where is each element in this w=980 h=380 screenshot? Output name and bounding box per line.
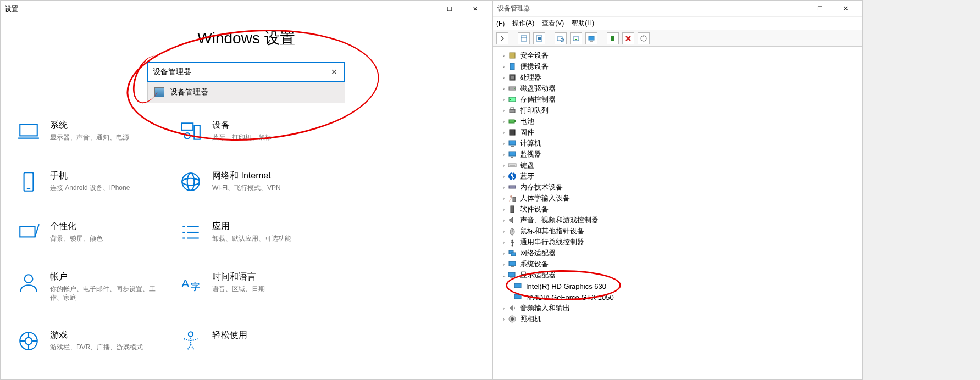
expand-icon[interactable]: › bbox=[501, 261, 507, 267]
collapse-icon[interactable]: ⌄ bbox=[501, 272, 507, 278]
tree-item[interactable]: ›照相机 bbox=[495, 314, 860, 325]
expand-icon[interactable]: › bbox=[501, 195, 507, 202]
category-ease-of-access[interactable]: 轻松使用 bbox=[174, 329, 336, 380]
expand-icon[interactable]: › bbox=[501, 217, 507, 223]
menu-action[interactable]: 操作(A) bbox=[512, 19, 534, 28]
toolbar-refresh-icon[interactable] bbox=[638, 32, 650, 44]
category-desc: 显示器、声音、通知、电源 bbox=[50, 133, 129, 142]
close-button[interactable]: ✕ bbox=[833, 1, 858, 17]
category-network[interactable]: 网络和 InternetWi-Fi、飞行模式、VPN bbox=[174, 170, 336, 193]
maximize-button[interactable]: ☐ bbox=[437, 1, 462, 17]
menu-help[interactable]: 帮助(H) bbox=[572, 19, 594, 28]
suggestion-label: 设备管理器 bbox=[170, 87, 208, 97]
tree-item[interactable]: ›处理器 bbox=[495, 72, 860, 83]
expand-icon[interactable]: › bbox=[501, 316, 507, 322]
toolbar-scan-icon[interactable] bbox=[555, 32, 567, 44]
expand-icon[interactable]: › bbox=[501, 152, 507, 158]
search-box[interactable]: ✕ bbox=[147, 62, 345, 82]
expand-icon[interactable]: › bbox=[501, 185, 507, 191]
toolbar-separator bbox=[602, 33, 602, 44]
svg-rect-38 bbox=[611, 36, 614, 41]
toolbar-help-icon[interactable] bbox=[533, 32, 545, 44]
mouse-icon bbox=[508, 227, 517, 236]
tree-item[interactable]: ›声音、视频和游戏控制器 bbox=[495, 215, 860, 226]
toolbar-properties-icon[interactable] bbox=[518, 32, 530, 44]
tree-label: 显示适配器 bbox=[520, 270, 556, 280]
expand-icon[interactable]: › bbox=[501, 64, 507, 70]
tree-item[interactable]: ›系统设备 bbox=[495, 259, 860, 270]
category-time-language[interactable]: A字 时间和语言语音、区域、日期 bbox=[174, 271, 336, 302]
close-button[interactable]: ✕ bbox=[462, 1, 488, 17]
svg-rect-32 bbox=[538, 37, 541, 40]
tree-item[interactable]: ›存储控制器 bbox=[495, 94, 860, 105]
expand-icon[interactable]: › bbox=[501, 53, 507, 59]
menu-file[interactable]: (F) bbox=[496, 20, 505, 27]
tree-item[interactable]: ›键盘 bbox=[495, 160, 860, 171]
tree-item[interactable]: ›音频输入和输出 bbox=[495, 303, 860, 314]
category-apps[interactable]: 应用卸载、默认应用、可选功能 bbox=[174, 221, 336, 244]
tree-item[interactable]: ›内存技术设备 bbox=[495, 182, 860, 193]
expand-icon[interactable]: › bbox=[501, 163, 507, 169]
expand-icon[interactable]: › bbox=[501, 141, 507, 147]
svg-rect-2 bbox=[181, 123, 193, 130]
tree-label: Intel(R) HD Graphics 630 bbox=[526, 282, 606, 290]
device-tree[interactable]: ›安全设备›便携设备›处理器›磁盘驱动器›存储控制器›打印队列›电池›固件›计算… bbox=[493, 47, 862, 379]
tree-item[interactable]: ›通用串行总线控制器 bbox=[495, 237, 860, 248]
svg-rect-35 bbox=[573, 37, 579, 41]
tree-item[interactable]: ›鼠标和其他指针设备 bbox=[495, 226, 860, 237]
minimize-button[interactable]: ─ bbox=[412, 1, 437, 17]
tree-item[interactable]: ›计算机 bbox=[495, 138, 860, 149]
category-desc: Wi-Fi、飞行模式、VPN bbox=[212, 184, 281, 193]
category-accounts[interactable]: 帐户你的帐户、电子邮件、同步设置、工作、家庭 bbox=[12, 271, 174, 302]
minimize-button[interactable]: ─ bbox=[782, 1, 807, 17]
expand-icon[interactable]: › bbox=[501, 86, 507, 92]
tree-item[interactable]: ›安全设备 bbox=[495, 50, 860, 61]
category-desc: 语音、区域、日期 bbox=[212, 285, 265, 294]
search-input[interactable] bbox=[153, 68, 329, 76]
toolbar-forward-icon[interactable] bbox=[496, 32, 508, 44]
expand-icon[interactable]: › bbox=[501, 206, 507, 213]
toolbar-separator bbox=[550, 33, 550, 44]
expand-icon[interactable]: › bbox=[501, 239, 507, 245]
category-personalization[interactable]: 个性化背景、锁屏、颜色 bbox=[12, 221, 174, 244]
expand-icon[interactable]: › bbox=[501, 174, 507, 180]
clear-icon[interactable]: ✕ bbox=[329, 68, 340, 76]
tree-item[interactable]: ›打印队列 bbox=[495, 105, 860, 116]
expand-icon[interactable]: › bbox=[501, 130, 507, 136]
category-title: 时间和语言 bbox=[212, 271, 265, 283]
svg-rect-62 bbox=[513, 197, 516, 202]
expand-icon[interactable]: › bbox=[501, 305, 507, 311]
toolbar-uninstall-icon[interactable] bbox=[622, 32, 634, 44]
tree-item-intel-gpu[interactable]: Intel(R) HD Graphics 630 bbox=[495, 281, 860, 292]
category-devices[interactable]: 设备蓝牙、打印机、鼠标 bbox=[174, 120, 336, 143]
expand-icon[interactable]: › bbox=[501, 228, 507, 234]
tree-item[interactable]: ›网络适配器 bbox=[495, 248, 860, 259]
toolbar-update-icon[interactable] bbox=[570, 32, 582, 44]
expand-icon[interactable]: › bbox=[501, 119, 507, 125]
tree-item[interactable]: ›人体学输入设备 bbox=[495, 193, 860, 204]
expand-icon[interactable]: › bbox=[501, 108, 507, 114]
toolbar-enable-icon[interactable] bbox=[607, 32, 619, 44]
tree-item[interactable]: ›便携设备 bbox=[495, 61, 860, 72]
category-phone[interactable]: 手机连接 Android 设备、iPhone bbox=[12, 170, 174, 193]
personalization-icon bbox=[17, 221, 40, 244]
suggestion-device-manager[interactable]: 设备管理器 bbox=[148, 82, 345, 103]
svg-rect-53 bbox=[509, 141, 516, 145]
expand-icon[interactable]: › bbox=[501, 250, 507, 256]
tree-item-nvidia-gpu[interactable]: NVIDIA GeForce GTX 1050 bbox=[495, 292, 860, 303]
expand-icon[interactable]: › bbox=[501, 97, 507, 103]
menu-view[interactable]: 查看(V) bbox=[542, 19, 564, 28]
category-system[interactable]: 系统显示器、声音、通知、电源 bbox=[12, 120, 174, 143]
tree-label: 键盘 bbox=[520, 160, 534, 170]
maximize-button[interactable]: ☐ bbox=[807, 1, 833, 17]
tree-item[interactable]: ›监视器 bbox=[495, 149, 860, 160]
category-gaming[interactable]: 游戏游戏栏、DVR、广播、游戏模式 bbox=[12, 329, 174, 353]
toolbar-monitor-icon[interactable] bbox=[585, 32, 597, 44]
tree-item[interactable]: ›磁盘驱动器 bbox=[495, 83, 860, 94]
tree-item[interactable]: ›固件 bbox=[495, 127, 860, 138]
tree-item[interactable]: ›电池 bbox=[495, 116, 860, 127]
expand-icon[interactable]: › bbox=[501, 75, 507, 81]
tree-item[interactable]: ›软件设备 bbox=[495, 204, 860, 215]
tree-item[interactable]: ›蓝牙 bbox=[495, 171, 860, 182]
tree-item-display-adapters[interactable]: ⌄ 显示适配器 bbox=[495, 270, 860, 281]
